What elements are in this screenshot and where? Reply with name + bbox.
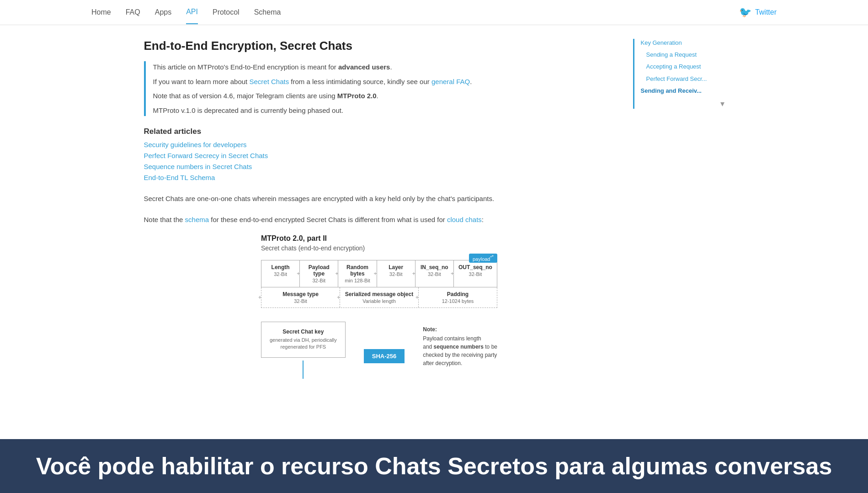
related-link-0[interactable]: Security guidelines for developers — [144, 141, 247, 148]
diagram-subtitle: Secret chats (end-to-end encryption) — [261, 244, 497, 252]
intro-p4: MTProto v.1.0 is deprecated and is curre… — [153, 105, 615, 117]
twitter-icon: 🐦 — [739, 6, 751, 18]
intro-p2-pre: If you want to learn more about — [153, 78, 250, 85]
related-section: Related articles Security guidelines for… — [144, 127, 615, 182]
nav-api[interactable]: API — [186, 0, 198, 24]
diagram-lower: Secret Chat key generated via DH, period… — [261, 322, 497, 379]
intro-p2-post: . — [470, 78, 472, 85]
sidebar-scroll-area: ▾ — [641, 99, 724, 109]
secret-chats-link[interactable]: Secret Chats — [249, 78, 289, 85]
intro-p3-post: . — [377, 92, 378, 100]
main-para-1: Secret Chats are one-on-one chats wherei… — [144, 193, 615, 205]
secret-chat-desc: generated via DH, periodicallyregenerate… — [270, 337, 337, 351]
banner-text: Você pode habilitar o recurso Chats Secr… — [18, 452, 850, 480]
field-length: Length 32-Bit — [261, 260, 300, 287]
field-serialized-msg: + Serialized message object Variable len… — [340, 287, 419, 307]
related-link-1[interactable]: Perfect Forward Secrecy in Secret Chats — [144, 152, 268, 159]
field-payload-type: + Payload type 32-Bit — [300, 260, 338, 287]
sidebar-accepting-request[interactable]: Accepting a Request — [641, 63, 724, 71]
intro-p3-bold: MTProto 2.0 — [337, 92, 377, 100]
main-para-2: Note that the schema for these end-to-en… — [144, 214, 615, 226]
schema-link[interactable]: schema — [185, 216, 209, 223]
list-item: Perfect Forward Secrecy in Secret Chats — [144, 152, 615, 160]
related-title: Related articles — [144, 127, 615, 136]
main-content: End-to-End Encryption, Secret Chats This… — [144, 39, 615, 379]
related-list: Security guidelines for developers Perfe… — [144, 141, 615, 182]
page-wrapper: End-to-End Encryption, Secret Chats This… — [144, 25, 724, 392]
sha-col: SHA-256 — [364, 349, 405, 363]
nav-protocol[interactable]: Protocol — [213, 1, 240, 24]
fields-row-2: + Message type 32-Bit + Serialized messa… — [261, 287, 497, 308]
note-col: Note: Payload contains lengthand sequenc… — [423, 326, 497, 367]
field-layer: + Layer 32-Bit — [377, 260, 415, 287]
note-text: Payload contains lengthand sequence numb… — [423, 334, 497, 367]
nav-apps[interactable]: Apps — [155, 1, 171, 24]
list-item: End-to-End TL Schema — [144, 174, 615, 182]
note-box: Note: Payload contains lengthand sequenc… — [423, 326, 497, 367]
intro-p3: Note that as of version 4.6, major Teleg… — [153, 90, 615, 102]
nav-schema[interactable]: Schema — [254, 1, 281, 24]
field-padding: + Padding 12-1024 bytes — [419, 287, 497, 307]
related-link-2[interactable]: Sequence numbers in Secret Chats — [144, 163, 252, 170]
arrow-group — [303, 360, 304, 379]
list-item: Sequence numbers in Secret Chats — [144, 163, 615, 171]
top-navigation: Home FAQ Apps API Protocol Schema 🐦 Twit… — [0, 0, 868, 25]
field-out-seq-no: + OUT_seq_no 32-Bit — [454, 260, 497, 287]
diagram-container: MTProto 2.0, part II Secret chats (end-t… — [144, 234, 615, 379]
intro-p2: If you want to learn more about Secret C… — [153, 76, 615, 88]
sha-box: SHA-256 — [364, 349, 405, 363]
vert-line-left — [303, 360, 304, 379]
payload-wrapper: payload* Length 32-Bit + Payload type 32… — [261, 260, 497, 308]
secret-chat-col: Secret Chat key generated via DH, period… — [261, 322, 346, 379]
secret-chat-box: Secret Chat key generated via DH, period… — [261, 322, 346, 358]
general-faq-link[interactable]: general FAQ — [431, 78, 470, 85]
field-random-bytes: + Random bytes min 128-Bit — [338, 260, 377, 287]
sidebar: Key Generation Sending a Request Accepti… — [633, 39, 724, 109]
intro-p1-bold: advanced users — [338, 63, 390, 71]
related-link-3[interactable]: End-to-End TL Schema — [144, 174, 215, 181]
note-title: Note: — [423, 326, 497, 333]
sidebar-key-generation[interactable]: Key Generation — [641, 39, 724, 47]
intro-p2-mid: from a less intimidating source, kindly … — [289, 78, 431, 85]
article-title: End-to-End Encryption, Secret Chats — [144, 39, 615, 53]
intro-p3-pre: Note that as of version 4.6, major Teleg… — [153, 92, 337, 100]
cloud-chats-link[interactable]: cloud chats — [447, 216, 482, 223]
scroll-down-icon[interactable]: ▾ — [720, 99, 724, 108]
intro-p1-pre: This article on MTProto's End-to-End enc… — [153, 63, 339, 71]
intro-p1: This article on MTProto's End-to-End enc… — [153, 61, 615, 73]
twitter-label: Twitter — [755, 8, 777, 16]
intro-block: This article on MTProto's End-to-End enc… — [144, 61, 615, 116]
field-message-type: + Message type 32-Bit — [261, 287, 340, 307]
nav-links: Home FAQ Apps API Protocol Schema — [91, 0, 739, 24]
fields-row-1: Length 32-Bit + Payload type 32-Bit + Ra… — [261, 260, 497, 287]
list-item: Security guidelines for developers — [144, 141, 615, 149]
sidebar-sending-receiving[interactable]: Sending and Receiv... — [641, 87, 724, 95]
twitter-link[interactable]: 🐦 Twitter — [739, 6, 777, 18]
intro-p1-post: . — [390, 63, 392, 71]
sidebar-perfect-forward[interactable]: Perfect Forward Secr... — [641, 75, 724, 83]
nav-home[interactable]: Home — [91, 1, 111, 24]
diagram-title: MTProto 2.0, part II — [261, 234, 497, 243]
secret-chat-title: Secret Chat key — [270, 329, 337, 335]
sidebar-sending-request[interactable]: Sending a Request — [641, 51, 724, 59]
bottom-banner: Você pode habilitar o recurso Chats Secr… — [0, 439, 868, 493]
nav-faq[interactable]: FAQ — [126, 1, 140, 24]
field-in-seq-no: + IN_seq_no 32-Bit — [415, 260, 454, 287]
